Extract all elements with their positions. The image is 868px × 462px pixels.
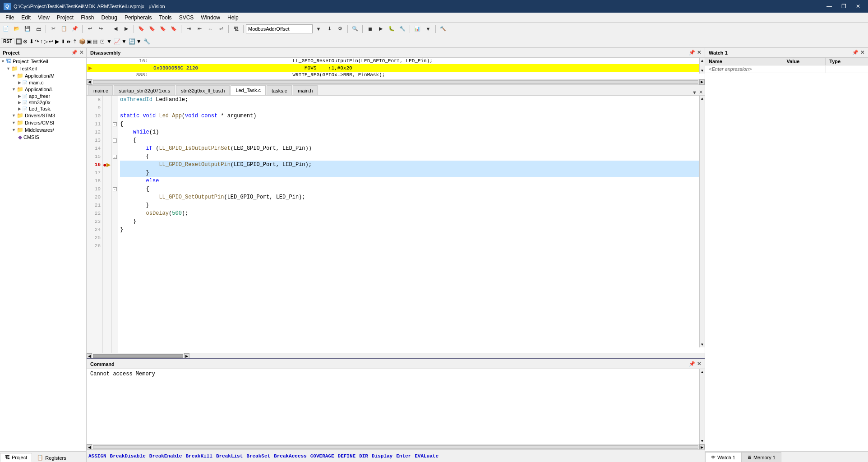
cmd-kw-breakset[interactable]: BreakSet bbox=[246, 453, 270, 459]
code-hscroll-right[interactable]: ▶ bbox=[184, 353, 189, 358]
tree-led-task[interactable]: ▶ 📄 Led_Task. bbox=[0, 106, 86, 112]
cmd-kw-display[interactable]: Display bbox=[372, 453, 392, 459]
code-scroll-up[interactable]: ▲ bbox=[700, 96, 705, 102]
bottom-tab-memory1[interactable]: 🖥 Memory 1 bbox=[741, 452, 781, 462]
command-scroll-down[interactable]: ▼ bbox=[700, 438, 705, 444]
tb-debug[interactable]: 🐛 bbox=[387, 24, 397, 34]
hscroll-right-btn[interactable]: ▶ bbox=[699, 79, 705, 85]
menu-help[interactable]: Help bbox=[224, 13, 242, 23]
minimize-button[interactable]: — bbox=[823, 0, 836, 13]
disasm-close[interactable]: ✕ bbox=[697, 50, 701, 55]
cmd-kw-enter[interactable]: Enter bbox=[396, 453, 411, 459]
menu-project[interactable]: Project bbox=[53, 13, 77, 23]
tb2-mem2[interactable]: ▣ bbox=[87, 38, 92, 45]
maximize-button[interactable]: ❐ bbox=[837, 0, 850, 13]
tb2-mem3[interactable]: ▤ bbox=[92, 38, 97, 45]
tb2-rst[interactable]: RST bbox=[1, 38, 14, 44]
scroll-up-arrow[interactable]: ▲ bbox=[700, 58, 704, 64]
tb2-analysis[interactable]: 📈 bbox=[114, 38, 120, 45]
collapse-icon-19[interactable]: - bbox=[113, 187, 117, 191]
cmd-kw-breakdisable[interactable]: BreakDisable bbox=[110, 453, 146, 459]
tree-app-freer[interactable]: ▶ 📄 app_freer bbox=[0, 93, 86, 99]
tb2-step-out[interactable]: ↑ bbox=[40, 38, 43, 45]
command-hscroll[interactable]: ◀ ▶ bbox=[87, 444, 705, 449]
tb-view-options[interactable]: 📊 bbox=[412, 24, 422, 34]
project-panel-pin[interactable]: 📌 bbox=[71, 50, 78, 55]
tab-tasks-c[interactable]: tasks.c bbox=[267, 85, 292, 95]
tb2-run[interactable]: ▶ bbox=[55, 38, 59, 45]
cg-19[interactable]: - bbox=[112, 185, 118, 193]
tb-saveall[interactable]: 🗃 bbox=[33, 24, 43, 34]
command-scroll-up[interactable]: ▲ bbox=[700, 369, 705, 375]
tb-stop[interactable]: ⏹ bbox=[365, 24, 375, 34]
target-combo[interactable] bbox=[246, 24, 313, 33]
tb2-analysis-down[interactable]: ▼ bbox=[121, 38, 127, 45]
cmd-kw-breakaccess[interactable]: BreakAccess bbox=[274, 453, 307, 459]
tab-stm32bus[interactable]: stm32g0xx_ll_bus.h bbox=[176, 85, 230, 95]
project-panel-close[interactable]: ✕ bbox=[79, 50, 83, 55]
cmd-kw-breakenable[interactable]: BreakEnable bbox=[149, 453, 182, 459]
menu-flash[interactable]: Flash bbox=[77, 13, 97, 23]
tb2-watch[interactable]: ⊡ bbox=[99, 38, 106, 45]
code-vscroll[interactable]: ▲ ▼ bbox=[699, 96, 705, 347]
tb-search[interactable]: 🔍 bbox=[350, 24, 360, 34]
tb2-step-into[interactable]: ⬇ bbox=[29, 38, 34, 45]
menu-window[interactable]: Window bbox=[197, 13, 224, 23]
tb2-iout[interactable]: ⇡ bbox=[73, 38, 77, 45]
tb2-btn2[interactable]: ⊗ bbox=[23, 38, 28, 45]
tb-settings[interactable]: 🔨 bbox=[438, 24, 448, 34]
tree-stm32[interactable]: ▶ 📄 stm32g0x bbox=[0, 99, 86, 106]
tb2-watch-down[interactable]: ▼ bbox=[106, 38, 112, 45]
tb-view-down[interactable]: ▼ bbox=[423, 24, 433, 34]
tb-new[interactable]: 📄 bbox=[1, 24, 11, 34]
tb-cut[interactable]: ✂ bbox=[48, 24, 58, 34]
tab-main-c[interactable]: main.c bbox=[88, 85, 113, 95]
menu-tools[interactable]: Tools bbox=[156, 13, 175, 23]
tb-redo[interactable]: ↪ bbox=[96, 24, 106, 34]
watch-entry-row[interactable]: <Enter expression> bbox=[705, 65, 868, 73]
command-pin[interactable]: 📌 bbox=[689, 361, 695, 367]
menu-debug[interactable]: Debug bbox=[98, 13, 121, 23]
menu-svcs[interactable]: SVCS bbox=[175, 13, 198, 23]
tb-options[interactable]: ⚙ bbox=[335, 24, 345, 34]
watch-entry-name[interactable]: <Enter expression> bbox=[705, 65, 783, 73]
tb2-step[interactable]: ⏭ bbox=[66, 38, 72, 45]
menu-view[interactable]: View bbox=[34, 13, 53, 23]
command-vscroll[interactable]: ▲ ▼ bbox=[699, 369, 705, 444]
tree-middlewares[interactable]: ▼ 📁 Middlewares/ bbox=[0, 126, 86, 134]
tree-app-l[interactable]: ▼ 📁 Application/L bbox=[0, 86, 86, 93]
tb2-step-over[interactable]: ↷ bbox=[35, 38, 39, 45]
tb-target-options[interactable]: 🔧 bbox=[397, 24, 407, 34]
cmd-kw-breakkill[interactable]: BreakKill bbox=[185, 453, 212, 459]
disasm-pin[interactable]: 📌 bbox=[689, 50, 695, 55]
tab-startup[interactable]: startup_stm32g071xx.s bbox=[114, 85, 175, 95]
menu-peripherals[interactable]: Peripherals bbox=[121, 13, 156, 23]
tab-project[interactable]: 🏗 Project bbox=[0, 453, 32, 462]
tb-indent2[interactable]: ⇤ bbox=[194, 24, 204, 34]
tb2-dbg-down[interactable]: ▼ bbox=[136, 38, 142, 45]
tb-copy[interactable]: 📋 bbox=[59, 24, 69, 34]
hscroll-track[interactable] bbox=[93, 80, 698, 84]
tb-paste[interactable]: 📌 bbox=[70, 24, 80, 34]
disasm-vscroll[interactable]: ▲ ▼ bbox=[699, 58, 705, 74]
tb-combo-down[interactable]: ▼ bbox=[314, 24, 323, 34]
code-hscroll-left[interactable]: ◀ bbox=[87, 353, 92, 358]
tb2-run-to-cursor[interactable]: ▷ bbox=[44, 38, 48, 45]
tb-open[interactable]: 📂 bbox=[12, 24, 22, 34]
command-hscroll-track[interactable] bbox=[93, 445, 698, 449]
tb-indent4[interactable]: ⇌ bbox=[216, 24, 226, 34]
cmd-kw-breaklist[interactable]: BreakList bbox=[216, 453, 243, 459]
code-hscroll-thumb[interactable] bbox=[93, 354, 183, 358]
tab-main-h[interactable]: main.h bbox=[293, 85, 318, 95]
watch1-close[interactable]: ✕ bbox=[860, 50, 864, 55]
cg-11[interactable]: - bbox=[112, 120, 118, 128]
tb-bookmark2[interactable]: 🔖 bbox=[147, 24, 157, 34]
tab-led-task[interactable]: Led_Task.c bbox=[231, 85, 266, 95]
command-close[interactable]: ✕ bbox=[697, 361, 701, 367]
tree-root[interactable]: ▼ 🏗 Project: TestKeil bbox=[0, 58, 86, 65]
tree-cmsis[interactable]: ◆ CMSIS bbox=[0, 134, 86, 141]
tb-bookmark4[interactable]: 🔖 bbox=[169, 24, 179, 34]
disasm-hscroll[interactable]: ◀ ▶ bbox=[87, 79, 705, 84]
tree-drivers-cmsi[interactable]: ▼ 📁 Drivers/CMSI bbox=[0, 119, 86, 126]
tb-undo[interactable]: ↩ bbox=[85, 24, 95, 34]
